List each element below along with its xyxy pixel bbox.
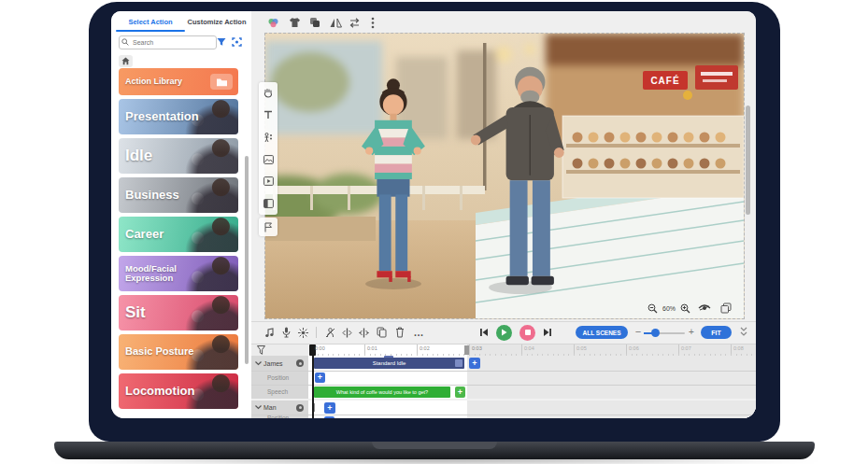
more-icon[interactable] (366, 16, 379, 29)
action-category[interactable]: Business (119, 177, 238, 213)
action-category[interactable]: Sit (119, 295, 238, 330)
slider-thumb[interactable] (651, 329, 660, 337)
action-category-list: Action LibraryPresentationIdleBusinessCa… (111, 11, 251, 418)
timeline-more-icon[interactable]: … (413, 327, 424, 338)
fit-button[interactable]: FIT (701, 326, 732, 339)
track-content-area[interactable]: Standard Idle + + What kind of coffe wou… (308, 356, 756, 418)
app-screen: Select Action Customize Action Action Li… (111, 11, 756, 418)
expand-clip-left-icon[interactable] (341, 327, 352, 338)
chevron-down-icon[interactable] (255, 405, 262, 410)
ruler-tick-label: 0:05 (576, 345, 587, 351)
text-icon[interactable] (263, 109, 274, 120)
category-label: Action Library (119, 77, 182, 86)
category-label: Idle (119, 148, 152, 163)
stop-icon (525, 330, 531, 335)
mask-actor-icon[interactable] (324, 327, 335, 338)
action-category[interactable]: Career (119, 217, 238, 252)
action-library-banner[interactable]: Action Library (119, 68, 238, 95)
sidebar-scrollbar[interactable] (245, 156, 249, 364)
category-photo (180, 177, 238, 213)
scene-3d-view: CAFÉ (265, 34, 744, 318)
expand-clip-right-icon[interactable] (358, 327, 369, 338)
category-photo (180, 295, 238, 330)
action-category[interactable]: Presentation (119, 99, 238, 134)
flag-icon[interactable] (263, 221, 274, 232)
viewport[interactable]: CAFÉ (264, 33, 745, 319)
collapse-timeline-icon[interactable] (739, 326, 748, 337)
timeline-ruler[interactable]: 0:000:010:020:030:040:050:060:070:08 (308, 344, 756, 357)
actor-icon[interactable] (266, 16, 279, 29)
ruler-tick-label: 0:00 (315, 345, 325, 351)
add-man-action-button[interactable]: + (324, 402, 335, 414)
eye-icon[interactable] (698, 303, 711, 314)
actor-pose-icon[interactable] (263, 132, 274, 143)
viewport-scrollbar[interactable] (746, 105, 750, 215)
timeline-zoom-slider[interactable] (644, 332, 685, 334)
add-action-clip-button[interactable]: + (469, 358, 480, 369)
pastry-display (562, 116, 744, 198)
category-label: Business (119, 189, 179, 201)
swap-icon[interactable] (348, 16, 361, 29)
ruler-tick-label: 0:04 (524, 345, 534, 351)
camera-toggle-icon[interactable] (296, 404, 304, 412)
track-row-man[interactable]: Man (251, 401, 308, 415)
zoom-out-icon[interactable] (647, 303, 658, 314)
duplicate-icon[interactable] (308, 16, 321, 29)
speech-clip[interactable]: What kind of coffe would you like to get… (314, 387, 450, 398)
playhead-line[interactable] (312, 344, 314, 418)
skip-start-icon[interactable] (478, 327, 490, 338)
category-label: Basic Posture (119, 346, 193, 357)
track-name: Position (267, 374, 289, 381)
action-category[interactable]: Locomotion (119, 373, 238, 409)
stage-panel: CAFÉ (251, 11, 756, 418)
play-button[interactable] (496, 325, 512, 341)
track-row-james[interactable]: James (251, 356, 308, 371)
page: Select Action Customize Action Action Li… (0, 0, 868, 464)
timeline-zoom-out[interactable]: − (633, 326, 643, 339)
ruler-tick-label: 0:08 (733, 345, 744, 351)
panel-split-icon[interactable] (263, 198, 274, 209)
all-scenes-button[interactable]: ALL SCENES (576, 326, 628, 339)
pan-hand-icon[interactable] (263, 88, 274, 99)
effect-icon[interactable] (297, 327, 308, 338)
mic-icon[interactable] (280, 327, 292, 338)
category-label: Presentation (119, 110, 199, 122)
category-label: Sit (119, 304, 146, 320)
image-icon[interactable] (263, 154, 274, 165)
chevron-down-icon[interactable] (255, 361, 262, 366)
ruler-tick-label: 0:03 (472, 345, 482, 351)
track-filter-icon[interactable] (257, 345, 265, 355)
camera-toggle-icon[interactable] (296, 359, 304, 367)
copy-icon[interactable] (376, 327, 387, 338)
copy-view-icon[interactable] (720, 302, 732, 314)
skip-end-icon[interactable] (542, 327, 553, 338)
action-category[interactable]: Basic Posture (119, 334, 238, 370)
zoom-level: 60% (662, 305, 676, 312)
track-filter-cell (251, 344, 308, 356)
zoom-in-icon[interactable] (680, 303, 690, 314)
ruler-tick-label: 0:02 (420, 345, 430, 351)
audio-icon[interactable] (263, 327, 275, 338)
play-icon (501, 329, 507, 336)
ruler-tick-label: 0:01 (367, 345, 377, 351)
menu-sign (695, 65, 738, 90)
lamp-post (483, 43, 487, 190)
timeline-tracks: Standard Idle + + What kind of coffe wou… (251, 356, 756, 418)
action-category[interactable]: Mood/Facial Expression (119, 256, 238, 291)
video-icon[interactable] (263, 176, 274, 187)
row-divider (251, 385, 756, 386)
add-man-position-button[interactable]: + (324, 416, 334, 418)
track-name: Position (267, 415, 289, 418)
category-photo (180, 138, 238, 174)
flag-tool (259, 218, 277, 236)
action-clip[interactable]: Standard Idle (314, 358, 464, 369)
delete-icon[interactable] (394, 327, 406, 338)
track-name: Man (263, 404, 277, 411)
timeline-zoom-in[interactable]: + (687, 326, 696, 339)
add-speech-clip-button[interactable]: + (455, 387, 465, 398)
action-category[interactable]: Idle (119, 138, 238, 174)
stop-button[interactable] (519, 325, 535, 341)
outfit-icon[interactable] (288, 16, 301, 29)
flip-icon[interactable] (329, 16, 342, 29)
clip-end-handle[interactable] (455, 359, 462, 367)
